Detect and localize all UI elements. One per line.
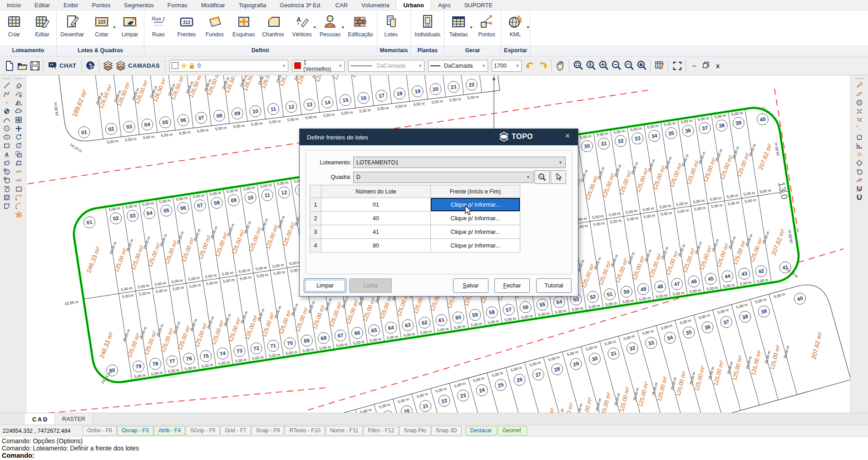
menu-car[interactable]: CAR bbox=[329, 0, 355, 10]
ribbon-button-limpar[interactable]: Limpar bbox=[116, 12, 144, 38]
tool-snap-node[interactable] bbox=[855, 150, 863, 158]
tool-snap-quadrant[interactable] bbox=[855, 158, 863, 167]
close-window-button[interactable]: x bbox=[712, 62, 724, 69]
tool-circle-2p[interactable] bbox=[2, 167, 11, 176]
tool-region[interactable] bbox=[14, 184, 23, 193]
status-toggle-grid-f7[interactable]: Grid - F7 bbox=[220, 426, 251, 435]
tool-snap-center[interactable] bbox=[855, 98, 863, 107]
chat-label[interactable]: CHAT bbox=[59, 62, 76, 69]
tool-line[interactable] bbox=[2, 81, 11, 89]
tool-rotate[interactable] bbox=[14, 133, 23, 141]
tool-chamfer[interactable] bbox=[14, 202, 23, 210]
zoom-to-quadra-button[interactable] bbox=[534, 170, 550, 184]
cell-frente-informar[interactable]: Clique p/ Informar... bbox=[431, 239, 520, 252]
tool-rotate-copy[interactable] bbox=[14, 141, 23, 150]
lineweight-combo[interactable]: DaCamada ▼ bbox=[428, 60, 488, 72]
tool-polyline[interactable] bbox=[2, 89, 11, 98]
tool-snap-midpoint[interactable] bbox=[855, 89, 863, 98]
tool-label[interactable] bbox=[2, 158, 11, 167]
tool-snap-perpendicular[interactable] bbox=[855, 141, 863, 150]
zoom-in-button[interactable] bbox=[597, 59, 610, 72]
ribbon-button-frentes[interactable]: 312Frentes bbox=[173, 12, 201, 38]
ribbon-button-tabelas[interactable]: Tabelas▼ bbox=[444, 12, 473, 38]
ribbon-button-pessoas[interactable]: Pessoas▼ bbox=[316, 12, 344, 38]
open-folder-button[interactable] bbox=[15, 59, 28, 72]
scale-combo[interactable]: 1700▼ bbox=[492, 60, 522, 72]
menu-modificar[interactable]: Modificar bbox=[194, 0, 232, 10]
tool-snap-intersection[interactable] bbox=[855, 107, 863, 115]
menu-editar[interactable]: Editar bbox=[28, 0, 57, 10]
tool-clip[interactable] bbox=[2, 202, 11, 210]
zoom-previous-button[interactable] bbox=[622, 59, 635, 72]
fechar-button[interactable]: Fechar bbox=[494, 278, 530, 293]
tool-target[interactable] bbox=[2, 107, 11, 115]
ribbon-button-desenhar[interactable]: Desenhar bbox=[57, 12, 88, 38]
tool-circle-ttr[interactable] bbox=[2, 184, 11, 193]
ribbon-button-pontos[interactable]: Pontos bbox=[473, 12, 501, 38]
save-button[interactable] bbox=[28, 59, 41, 72]
cell-frente-informar[interactable]: Clique p/ Informar... bbox=[431, 198, 520, 212]
tool-snap-extension[interactable] bbox=[855, 124, 863, 133]
tab-raster[interactable]: RASTER bbox=[55, 413, 93, 425]
ribbon-button-editar[interactable]: Editar bbox=[28, 12, 56, 38]
tool-circle-3p[interactable] bbox=[2, 176, 11, 184]
tool-ellipse[interactable] bbox=[2, 133, 11, 141]
ribbon-button-cotar[interactable]: 123Cotar▼ bbox=[88, 12, 116, 38]
tool-mirror[interactable] bbox=[14, 98, 23, 107]
linetype-combo[interactable]: DaCamada ▼ bbox=[348, 60, 424, 72]
chat-button[interactable] bbox=[46, 59, 59, 72]
menu-geoincra-3-ed[interactable]: GeoIncra 3ª Ed. bbox=[273, 0, 328, 10]
cell-frente-informar[interactable]: Clique p/ Informar... bbox=[431, 225, 520, 239]
tool-snap-magnet[interactable] bbox=[855, 193, 863, 202]
status-toggle-georref[interactable]: Georref. bbox=[498, 426, 527, 435]
ribbon-button-fundos[interactable]: Fundos bbox=[201, 12, 229, 38]
tool-snap-apparent[interactable] bbox=[855, 115, 863, 124]
ribbon-button-vertices[interactable]: AVértices▼ bbox=[288, 12, 316, 38]
status-toggle-snap-pto[interactable]: Snap Pto bbox=[399, 426, 430, 435]
pick-on-screen-button[interactable] bbox=[551, 170, 566, 184]
loteamento-select[interactable]: LOTEAMENTO1 ▼ bbox=[353, 157, 566, 168]
tool-break-2[interactable] bbox=[14, 176, 23, 184]
fullscreen-button[interactable] bbox=[671, 59, 683, 72]
tool-hatch[interactable] bbox=[2, 193, 11, 202]
help-button[interactable]: ? bbox=[84, 59, 97, 72]
tool-circle[interactable] bbox=[2, 124, 11, 133]
ribbon-button-chanfros[interactable]: Chanfros bbox=[258, 12, 288, 38]
tool-move[interactable] bbox=[14, 124, 23, 133]
color-combo[interactable]: 1 (Vermelho) ▼ bbox=[292, 60, 345, 72]
menu-formas[interactable]: Formas bbox=[161, 0, 194, 10]
dialog-title-bar[interactable]: Definir frentes de lotes TOPO × bbox=[300, 129, 578, 145]
dialog-close-icon[interactable]: × bbox=[562, 131, 572, 141]
menu-segmentos[interactable]: Segmentos bbox=[117, 0, 161, 10]
tool-explode[interactable] bbox=[14, 210, 23, 219]
ribbon-button-individuais[interactable]: Individuais bbox=[411, 12, 444, 38]
minimize-button[interactable]: – bbox=[688, 62, 700, 69]
status-toggle-sgrip-f5[interactable]: SGrip - F5 bbox=[186, 426, 220, 435]
menu-topografia[interactable]: Topografia bbox=[232, 0, 273, 10]
cell-numero-do-lote[interactable]: 41 bbox=[321, 225, 431, 239]
layers-camadas-button[interactable] bbox=[114, 59, 127, 72]
tool-snap-off[interactable] bbox=[855, 184, 863, 193]
cell-numero-do-lote[interactable]: 80 bbox=[321, 239, 431, 252]
cell-numero-do-lote[interactable]: 40 bbox=[321, 212, 431, 225]
status-toggle-atrib-f4[interactable]: Atrib - F4 bbox=[154, 426, 185, 435]
menu-inicio[interactable]: Início bbox=[0, 0, 28, 10]
tab-cad[interactable]: C A D bbox=[25, 413, 55, 425]
table-check-button[interactable] bbox=[653, 59, 666, 72]
ribbon-button-kml[interactable]: KML▼ bbox=[501, 12, 529, 38]
new-file-button[interactable] bbox=[3, 59, 15, 72]
menu-exibir[interactable]: Exibir bbox=[57, 0, 85, 10]
cell-numero-do-lote[interactable]: 01 bbox=[321, 198, 431, 212]
zoom-window-button[interactable] bbox=[572, 59, 584, 72]
zoom-extents-button[interactable] bbox=[584, 59, 597, 72]
zoom-out-button[interactable] bbox=[610, 59, 622, 72]
status-toggle-snap-f9[interactable]: Snap - F9 bbox=[252, 426, 285, 435]
command-console[interactable]: Comando: Opções (Options) Comando: Lotea… bbox=[0, 436, 868, 460]
quadra-select[interactable]: D ▼ bbox=[353, 172, 533, 183]
tool-array[interactable] bbox=[14, 115, 23, 124]
status-toggle-rtexto-f10[interactable]: RTexto - F10 bbox=[285, 426, 325, 435]
tool-arc[interactable] bbox=[2, 115, 11, 124]
zoom-dynamic-button[interactable] bbox=[635, 59, 648, 72]
pan-button[interactable] bbox=[554, 59, 567, 72]
menu-urbano[interactable]: Urbano bbox=[396, 0, 431, 10]
